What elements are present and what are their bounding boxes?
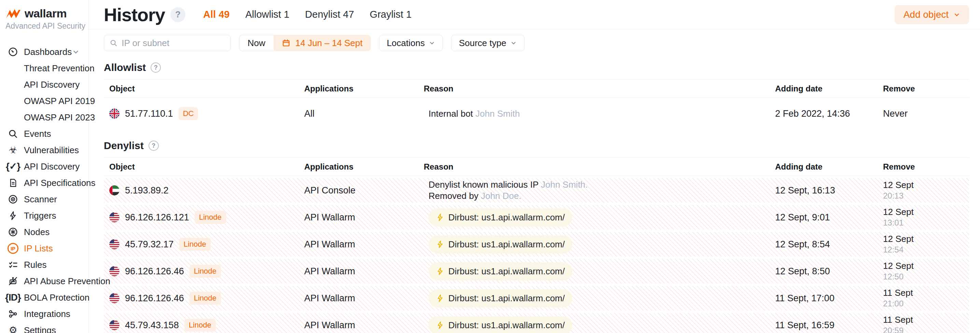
sidebar-item-nodes[interactable]: Nodes <box>0 224 88 240</box>
sidebar-item-threat-prevention[interactable]: Threat Prevention <box>0 60 88 76</box>
wallarm-logo-icon <box>5 8 21 19</box>
tab-all[interactable]: All 49 <box>203 9 229 20</box>
tab-allowlist[interactable]: Allowlist 1 <box>245 9 289 20</box>
nodes-icon <box>7 227 19 237</box>
page-header: History ? All 49 Allowlist 1 Denylist 47… <box>89 0 980 29</box>
id-braces-icon: {ID} <box>7 293 19 302</box>
lightning-icon <box>7 211 19 220</box>
lightning-icon <box>436 213 444 222</box>
denylist-column-headers: Object Applications Reason Adding date R… <box>104 158 969 176</box>
add-object-button[interactable]: Add object <box>895 5 969 24</box>
help-icon[interactable]: ? <box>170 7 185 22</box>
flag-us-icon <box>109 293 119 303</box>
sidebar-item-scanner[interactable]: Scanner <box>0 191 88 208</box>
reason-cell: Dirbust: us1.api.wallarm.com/ <box>424 235 775 254</box>
flag-gb-icon <box>109 108 119 119</box>
sidebar-item-vulnerabilities[interactable]: ☣ Vulnerabilities <box>0 142 88 158</box>
attack-chip[interactable]: Dirbust: us1.api.wallarm.com/ <box>428 235 572 254</box>
sidebar-item-triggers[interactable]: Triggers <box>0 208 88 224</box>
now-button[interactable]: Now <box>239 35 274 51</box>
sidebar-item-dashboards[interactable]: Dashboards <box>0 44 88 60</box>
help-icon[interactable]: ? <box>148 141 159 151</box>
adding-date-cell: 12 Sept, 8:54 <box>775 239 883 250</box>
adding-date-cell: 2 Feb 2022, 14:36 <box>775 108 883 119</box>
locations-dropdown[interactable]: Locations <box>379 35 443 51</box>
applications-cell: API Wallarm <box>304 212 424 223</box>
filter-bar: Now 14 Jun – 14 Sept Locations Source ty… <box>104 35 969 51</box>
applications-cell: API Wallarm <box>304 239 424 250</box>
adding-date-cell: 11 Sept, 17:00 <box>775 293 883 304</box>
search-input[interactable] <box>122 38 225 48</box>
applications-cell: API Console <box>304 185 424 196</box>
sidebar-item-events[interactable]: Events <box>0 125 88 142</box>
tab-graylist[interactable]: Graylist 1 <box>370 9 412 20</box>
braces-check-icon: {✓} <box>7 162 19 171</box>
page-title: History <box>104 4 165 25</box>
sidebar-item-owasp-api-2023[interactable]: OWASP API 2023 <box>0 109 88 125</box>
lightning-icon <box>436 321 444 329</box>
attack-chip[interactable]: Dirbust: us1.api.wallarm.com/ <box>428 289 572 308</box>
sidebar-item-api-specifications[interactable]: API Specifications <box>0 175 88 191</box>
table-row[interactable]: 96.126.126.121 Linode API Wallarm Dirbus… <box>104 205 969 230</box>
ip-address: 5.193.89.2 <box>125 185 169 196</box>
table-row[interactable]: 51.77.110.1 DC All Internal bot John Smi… <box>104 98 969 129</box>
remove-cell: 12 Sept 12:54 <box>883 234 969 255</box>
applications-cell: API Wallarm <box>304 266 424 277</box>
remove-cell: 11 Sept 21:00 <box>883 288 969 309</box>
source-type-dropdown[interactable]: Source type <box>451 35 525 51</box>
chevron-down-icon <box>429 40 435 46</box>
sidebar-item-api-abuse-prevention[interactable]: API Abuse Prevention <box>0 273 88 289</box>
lightning-icon <box>436 267 444 275</box>
ip-address: 51.77.110.1 <box>125 108 173 119</box>
sidebar-item-settings[interactable]: ⚙ Settings <box>0 322 88 333</box>
sidebar-item-api-discovery-dash[interactable]: API Discovery <box>0 76 88 93</box>
sidebar-item-rules[interactable]: Rules <box>0 257 88 273</box>
ip-address: 45.79.43.158 <box>125 320 179 331</box>
help-icon[interactable]: ? <box>151 62 161 73</box>
sidebar-item-owasp-api-2019[interactable]: OWASP API 2019 <box>0 93 88 109</box>
flag-us-icon <box>109 266 119 276</box>
calendar-icon <box>282 38 291 48</box>
remove-cell: 12 Sept 13:01 <box>883 207 969 228</box>
chevron-down-icon[interactable] <box>72 48 80 56</box>
remove-cell: 12 Sept 20:13 <box>883 180 969 201</box>
lightning-icon <box>436 240 444 248</box>
source-tag: Linode <box>189 292 221 305</box>
allowlist-title: Allowlist ? <box>104 61 969 75</box>
attack-chip[interactable]: Dirbust: us1.api.wallarm.com/ <box>428 316 572 333</box>
adding-date-cell: 12 Sept, 8:50 <box>775 266 883 277</box>
author-name: John Smith <box>475 108 520 119</box>
table-row[interactable]: 96.126.126.46 Linode API Wallarm Dirbust… <box>104 259 969 284</box>
allowlist-section: Allowlist ? Object Applications Reason A… <box>89 61 980 129</box>
source-tag: Linode <box>179 238 211 251</box>
scanner-icon <box>7 194 19 205</box>
reason-cell: Dirbust: us1.api.wallarm.com/ <box>424 316 775 333</box>
reason-cell: Internal bot John Smith <box>424 108 775 119</box>
chevron-down-icon <box>953 11 960 18</box>
search-icon <box>7 128 19 139</box>
tab-denylist[interactable]: Denylist 47 <box>305 9 354 20</box>
sidebar-item-ip-lists[interactable]: IP IP Lists <box>0 240 88 257</box>
denylist-title: Denylist ? <box>104 139 969 152</box>
attack-chip[interactable]: Dirbust: us1.api.wallarm.com/ <box>428 262 572 281</box>
sidebar-item-bola-protection[interactable]: {ID} BOLA Protection <box>0 289 88 306</box>
attack-chip[interactable]: Dirbust: us1.api.wallarm.com/ <box>428 208 572 227</box>
brand-name: wallarm <box>25 7 67 20</box>
date-range-button[interactable]: 14 Jun – 14 Sept <box>274 35 371 51</box>
document-icon <box>7 178 19 188</box>
flag-ae-icon <box>109 185 119 195</box>
reason-cell: Dirbust: us1.api.wallarm.com/ <box>424 289 775 308</box>
table-row[interactable]: 5.193.89.2 API Console Denylist known ma… <box>104 178 969 203</box>
author-name: John Smith. <box>541 179 588 190</box>
ip-lists-icon: IP <box>7 243 19 254</box>
sidebar-item-integrations[interactable]: Integrations <box>0 306 88 322</box>
table-row[interactable]: 45.79.32.17 Linode API Wallarm Dirbust: … <box>104 232 969 257</box>
flag-us-icon <box>109 212 119 222</box>
search-icon <box>110 38 118 48</box>
sidebar-item-api-discovery[interactable]: {✓} API Discovery <box>0 158 88 175</box>
table-row[interactable]: 96.126.126.46 Linode API Wallarm Dirbust… <box>104 286 969 311</box>
table-row[interactable]: 45.79.43.158 Linode API Wallarm Dirbust:… <box>104 313 969 333</box>
search-field <box>104 35 231 51</box>
author-name: John Doe. <box>481 191 522 201</box>
source-tag: Linode <box>195 211 226 224</box>
